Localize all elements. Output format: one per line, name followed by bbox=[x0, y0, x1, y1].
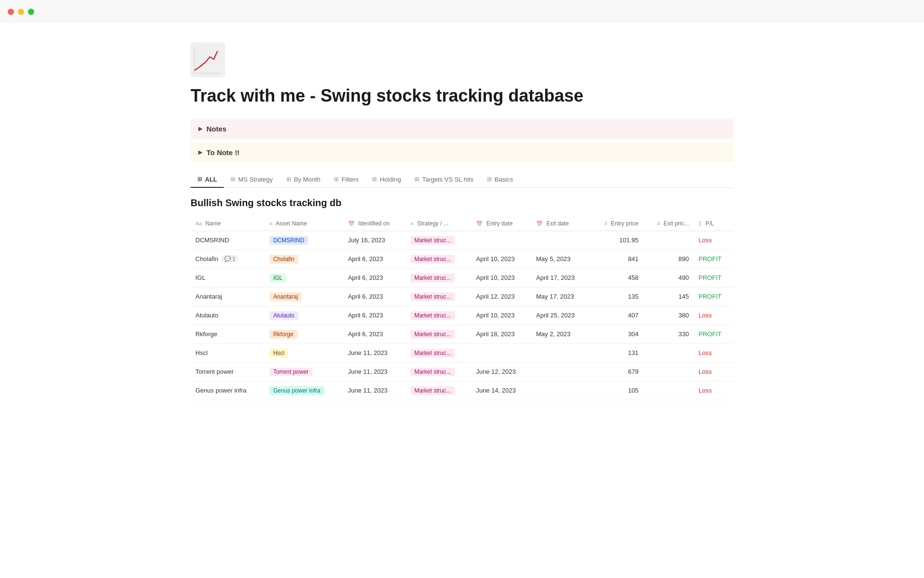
col-header-entry-date[interactable]: 📅 Entry date bbox=[471, 216, 531, 231]
table-row[interactable]: Genus power infraGenus power infraJune 1… bbox=[191, 381, 733, 400]
table-row[interactable]: HsclHsclJune 11, 2023Market struc...131L… bbox=[191, 343, 733, 362]
traffic-light-green[interactable] bbox=[28, 9, 34, 15]
stock-name: Torrent power bbox=[195, 368, 233, 375]
cell-entry-price: 458 bbox=[590, 268, 643, 287]
col-header-asset-label: Asset Name bbox=[276, 220, 307, 227]
cell-entry-date: June 14, 2023 bbox=[471, 381, 531, 400]
traffic-light-yellow[interactable] bbox=[18, 9, 24, 15]
asset-tag: Genus power infra bbox=[270, 386, 324, 395]
pl-value: Loss bbox=[699, 349, 712, 356]
pl-value: PROFIT bbox=[699, 255, 722, 263]
callout-notes-label: Notes bbox=[206, 125, 227, 133]
cell-pl: Loss bbox=[694, 381, 733, 400]
cell-asset-name: Rkforge bbox=[265, 325, 343, 343]
cell-exit-price bbox=[643, 381, 694, 400]
cell-name: Anantaraj bbox=[191, 287, 265, 306]
pl-value: Loss bbox=[699, 368, 712, 375]
cell-identified-on: June 11, 2023 bbox=[343, 362, 406, 381]
cell-pl: PROFIT bbox=[694, 325, 733, 343]
section-title: Bullish Swing stocks tracking db bbox=[191, 197, 733, 209]
tab-by-month[interactable]: ⊞ By Month bbox=[280, 172, 327, 188]
col-header-entry-date-label: Entry date bbox=[487, 220, 513, 227]
col-header-exit-date[interactable]: 📅 Exit date bbox=[531, 216, 590, 231]
asset-tag: Rkforge bbox=[270, 330, 297, 339]
col-header-exit-date-label: Exit date bbox=[546, 220, 569, 227]
stock-name: Genus power infra bbox=[195, 387, 246, 394]
col-header-pl-label: P/L bbox=[706, 220, 714, 227]
tab-all[interactable]: ⊞ ALL bbox=[191, 172, 224, 188]
cell-pl: Loss bbox=[694, 306, 733, 325]
tab-by-month-label: By Month bbox=[294, 176, 321, 183]
cell-asset-name: IGL bbox=[265, 268, 343, 287]
cell-entry-price: 135 bbox=[590, 287, 643, 306]
col-header-entry-price[interactable]: # Entry price bbox=[590, 216, 643, 231]
table-row[interactable]: IGLIGLApril 6, 2023Market struc...April … bbox=[191, 268, 733, 287]
col-header-exit-price[interactable]: # Exit pric... bbox=[643, 216, 694, 231]
cell-exit-date bbox=[531, 362, 590, 381]
cell-pl: Loss bbox=[694, 362, 733, 381]
tab-basics[interactable]: ⊞ Basics bbox=[480, 172, 520, 188]
cell-strategy: Market struc... bbox=[406, 343, 471, 362]
asset-tag: IGL bbox=[270, 274, 286, 282]
col-header-strategy-label: Strategy / ... bbox=[417, 220, 449, 227]
tab-holding[interactable]: ⊞ Holding bbox=[365, 172, 408, 188]
cell-entry-price: 131 bbox=[590, 343, 643, 362]
table-row[interactable]: DCMSRINDDCMSRINDJuly 16, 2023Market stru… bbox=[191, 231, 733, 250]
col-header-pl-icon: Σ bbox=[699, 221, 702, 226]
col-header-strategy[interactable]: ≡ Strategy / ... bbox=[406, 216, 471, 231]
cell-exit-date bbox=[531, 343, 590, 362]
stock-name: IGL bbox=[195, 274, 205, 281]
col-header-identified-on[interactable]: 📅 Identified on bbox=[343, 216, 406, 231]
comment-badge[interactable]: 💬 1 bbox=[221, 255, 238, 263]
cell-name: Torrent power bbox=[191, 362, 265, 381]
cell-name: Genus power infra bbox=[191, 381, 265, 400]
cell-exit-date bbox=[531, 231, 590, 250]
table-row[interactable]: AtulautoAtulautoApril 6, 2023Market stru… bbox=[191, 306, 733, 325]
table-row[interactable]: Torrent powerTorrent powerJune 11, 2023M… bbox=[191, 362, 733, 381]
tab-filters[interactable]: ⊞ Filters bbox=[327, 172, 365, 188]
cell-exit-price: 145 bbox=[643, 287, 694, 306]
page-content: Track with me - Swing stocks tracking da… bbox=[144, 23, 780, 439]
callout-tonote[interactable]: ▶ To Note !! bbox=[191, 143, 733, 162]
cell-asset-name: DCMSRIND bbox=[265, 231, 343, 250]
stock-name: Rkforge bbox=[195, 330, 218, 338]
table-row[interactable]: RkforgeRkforgeApril 6, 2023Market struc.… bbox=[191, 325, 733, 343]
strategy-tag: Market struc... bbox=[411, 330, 455, 339]
tabs-container: ⊞ ALL ⊞ MS Strategy ⊞ By Month ⊞ Filters… bbox=[191, 172, 733, 188]
cell-strategy: Market struc... bbox=[406, 287, 471, 306]
tab-basics-label: Basics bbox=[495, 176, 513, 183]
table-row[interactable]: Cholafin💬 1CholafinApril 6, 2023Market s… bbox=[191, 250, 733, 268]
pl-value: PROFIT bbox=[699, 330, 722, 338]
col-header-entry-price-label: Entry price bbox=[611, 220, 638, 227]
cell-name: Hscl bbox=[191, 343, 265, 362]
cell-name: Rkforge bbox=[191, 325, 265, 343]
col-header-entry-date-icon: 📅 bbox=[476, 221, 483, 226]
cell-identified-on: June 11, 2023 bbox=[343, 381, 406, 400]
tab-ms-strategy[interactable]: ⊞ MS Strategy bbox=[224, 172, 280, 188]
cell-pl: Loss bbox=[694, 343, 733, 362]
tab-all-icon: ⊞ bbox=[197, 176, 202, 183]
col-header-asset-name[interactable]: ≡ Asset Name bbox=[265, 216, 343, 231]
tab-holding-label: Holding bbox=[380, 176, 401, 183]
col-header-pl[interactable]: Σ P/L bbox=[694, 216, 733, 231]
tab-targets-vs-sl[interactable]: ⊞ Targets VS SL hits bbox=[408, 172, 480, 188]
strategy-tag: Market struc... bbox=[411, 255, 455, 263]
callout-notes[interactable]: ▶ Notes bbox=[191, 119, 733, 139]
cell-name: DCMSRIND bbox=[191, 231, 265, 250]
cell-entry-date: April 10, 2023 bbox=[471, 268, 531, 287]
cell-strategy: Market struc... bbox=[406, 381, 471, 400]
tab-targets-vs-sl-icon: ⊞ bbox=[414, 176, 419, 183]
col-header-entry-price-icon: # bbox=[604, 221, 607, 226]
cell-asset-name: Atulauto bbox=[265, 306, 343, 325]
pl-value: PROFIT bbox=[699, 274, 722, 281]
table-row[interactable]: AnantarajAnantarajApril 6, 2023Market st… bbox=[191, 287, 733, 306]
cell-asset-name: Anantaraj bbox=[265, 287, 343, 306]
cell-exit-date: May 17, 2023 bbox=[531, 287, 590, 306]
cell-strategy: Market struc... bbox=[406, 231, 471, 250]
strategy-tag: Market struc... bbox=[411, 274, 455, 282]
cell-exit-date: April 17, 2023 bbox=[531, 268, 590, 287]
col-header-name[interactable]: Aa Name bbox=[191, 216, 265, 231]
cell-strategy: Market struc... bbox=[406, 362, 471, 381]
cell-exit-price: 380 bbox=[643, 306, 694, 325]
traffic-light-red[interactable] bbox=[8, 9, 14, 15]
